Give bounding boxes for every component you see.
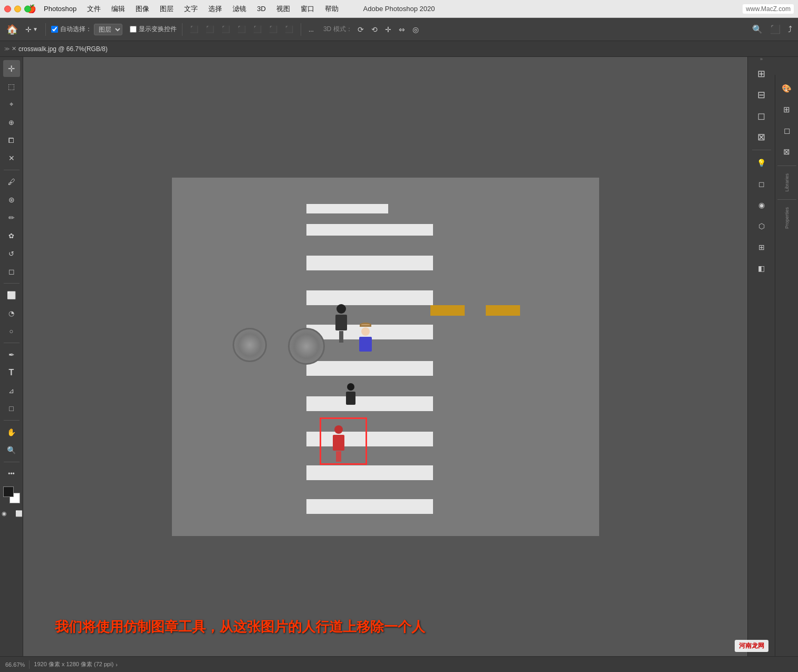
menu-filter[interactable]: 滤镜 — [227, 0, 252, 18]
eraser-button[interactable]: ◻ — [3, 263, 20, 280]
channels-icon[interactable]: ⊠ — [777, 142, 796, 161]
menu-file[interactable]: 文件 — [82, 0, 106, 18]
menu-text[interactable]: 文字 — [179, 0, 203, 18]
yellow-mark-1 — [430, 305, 465, 316]
history-brush-button[interactable]: ↺ — [3, 245, 20, 262]
align-left-button[interactable]: ⬛ — [188, 24, 200, 34]
menu-app[interactable]: Photoshop — [39, 0, 82, 18]
move-tool-button[interactable]: ✛ — [3, 60, 20, 77]
gradient-button[interactable]: ⬜ — [3, 287, 20, 304]
close-button[interactable] — [4, 5, 11, 12]
panel-layers-icon[interactable]: ⊞ — [752, 64, 771, 83]
extra-tools-button[interactable]: ••• — [3, 465, 20, 482]
path-selection-button[interactable]: ⊿ — [3, 382, 20, 399]
menu-help[interactable]: 帮助 — [320, 0, 344, 18]
3d-pan-button[interactable]: ✛ — [383, 24, 393, 35]
search-button[interactable]: 🔍 — [751, 23, 764, 36]
rectangle-shape-button[interactable]: □ — [3, 400, 20, 417]
menu-bar: Photoshop 文件 编辑 图像 图层 文字 选择 滤镜 3D 视图 窗口 … — [39, 0, 344, 18]
frame-button[interactable]: ✕ — [3, 150, 20, 167]
align-center-h-button[interactable]: ⬛ — [204, 24, 216, 34]
panel-layers2-icon[interactable]: ◧ — [752, 259, 771, 278]
window-controls — [4, 5, 31, 12]
color-swatches[interactable] — [3, 486, 20, 503]
brand-watermark: 河南龙网 — [735, 640, 768, 652]
3d-rotate-button[interactable]: ⟳ — [355, 24, 366, 35]
distribute-button[interactable]: ⬛ — [283, 24, 295, 34]
foreground-color-swatch[interactable] — [3, 486, 14, 497]
align-right-button[interactable]: ⬛ — [219, 24, 232, 34]
maximize-button[interactable] — [24, 5, 31, 12]
adjustments-icon[interactable]: ◻ — [777, 121, 796, 140]
left-toolbar-sep-3 — [4, 343, 20, 343]
right-panel-group-1: ⊞ ⊟ ◻ ⊠ — [748, 61, 775, 147]
healing-brush-button[interactable]: ⊛ — [3, 191, 20, 208]
menu-layer[interactable]: 图层 — [155, 0, 179, 18]
status-arrow[interactable]: › — [116, 661, 118, 668]
lasso-button[interactable]: ⌖ — [3, 96, 20, 113]
toolbar-sep-2 — [182, 23, 182, 36]
panel-frame-icon[interactable]: ◻ — [752, 174, 771, 193]
manhole-left — [233, 328, 267, 362]
more-options-button[interactable]: ... — [306, 25, 316, 34]
3d-slide-button[interactable]: ⇔ — [397, 24, 407, 35]
3d-scale-button[interactable]: ◎ — [410, 24, 421, 35]
left-toolbar-sep-2 — [4, 283, 20, 284]
crosswalk-background — [172, 178, 599, 536]
rectangular-marquee-button[interactable]: ⬚ — [3, 78, 20, 95]
canvas-area: 我们将使用仿制图章工具，从这张图片的人行道上移除一个人 — [23, 57, 747, 656]
menu-select[interactable]: 选择 — [203, 0, 227, 18]
blur-button[interactable]: ◔ — [3, 305, 20, 322]
stripe-9 — [306, 499, 433, 514]
panel-nodes-icon[interactable]: ⊞ — [752, 238, 771, 257]
outer-sep-2 — [777, 199, 796, 200]
right-panel-top-collapse[interactable]: » — [748, 57, 775, 61]
menu-3d[interactable]: 3D — [252, 0, 271, 18]
titlebar: 🍎 Photoshop 文件 编辑 图像 图层 文字 选择 滤镜 3D 视图 窗… — [0, 0, 798, 18]
brush-button[interactable]: ✏ — [3, 209, 20, 226]
status-sep — [29, 660, 30, 669]
quick-select-button[interactable]: ⊕ — [3, 114, 20, 131]
caption-bar: 我们将使用仿制图章工具，从这张图片的人行道上移除一个人 — [23, 613, 747, 640]
panel-3d-icon[interactable]: ⬡ — [752, 217, 771, 236]
eyedropper-button[interactable]: 🖋 — [3, 173, 20, 190]
layer-select[interactable]: 图层 — [94, 24, 122, 35]
workspace: « ✛ ⬚ ⌖ ⊕ ⧠ ✕ 🖋 ⊛ ✏ ✿ ↺ ◻ ⬜ ◔ ○ ✒ T ⊿ □ … — [0, 57, 798, 656]
share-button[interactable]: ⤴ — [786, 23, 794, 36]
panel-circle-icon[interactable]: ◉ — [752, 196, 771, 215]
right-panel-sep — [752, 150, 771, 150]
tab-close-button[interactable]: ✕ — [12, 45, 16, 52]
type-button[interactable]: T — [3, 364, 20, 381]
clone-stamp-button[interactable]: ✿ — [3, 227, 20, 244]
quick-mask-button[interactable]: ◉ — [0, 507, 11, 520]
3d-roll-button[interactable]: ⟲ — [369, 24, 380, 35]
layout-button[interactable]: ⬛ — [768, 23, 782, 36]
dodge-button[interactable]: ○ — [3, 323, 20, 339]
panel-pattern-icon[interactable]: ⊠ — [752, 128, 771, 147]
align-bottom-button[interactable]: ⬛ — [267, 24, 280, 34]
caption-text: 我们将使用仿制图章工具，从这张图片的人行道上移除一个人 — [55, 618, 425, 636]
menu-window[interactable]: 窗口 — [295, 0, 320, 18]
panel-bulb-icon[interactable]: 💡 — [752, 153, 771, 172]
outer-sep — [777, 165, 796, 166]
menu-image[interactable]: 图像 — [130, 0, 155, 18]
tab-bar: ≫ ✕ crosswalk.jpg @ 66.7%(RGB/8) — [0, 41, 798, 57]
move-tool-options[interactable]: ✛ ▼ — [23, 24, 40, 35]
auto-select-checkbox[interactable] — [51, 26, 58, 33]
properties-icon[interactable]: ⊞ — [777, 100, 796, 119]
home-button[interactable]: 🏠 — [4, 23, 20, 36]
manhole-right — [288, 328, 325, 365]
minimize-button[interactable] — [14, 5, 21, 12]
panel-square-icon[interactable]: ◻ — [752, 106, 771, 125]
zoom-button[interactable]: 🔍 — [3, 442, 20, 459]
menu-edit[interactable]: 编辑 — [106, 0, 130, 18]
align-top-button[interactable]: ⬛ — [235, 24, 248, 34]
align-middle-button[interactable]: ⬛ — [251, 24, 264, 34]
pen-button[interactable]: ✒ — [3, 346, 20, 363]
crop-button[interactable]: ⧠ — [3, 132, 20, 149]
libraries-icon[interactable]: 🎨 — [777, 79, 796, 98]
hand-button[interactable]: ✋ — [3, 424, 20, 441]
panel-grid-icon[interactable]: ⊟ — [752, 85, 771, 104]
show-transform-checkbox[interactable] — [130, 26, 137, 33]
menu-view[interactable]: 视图 — [271, 0, 295, 18]
